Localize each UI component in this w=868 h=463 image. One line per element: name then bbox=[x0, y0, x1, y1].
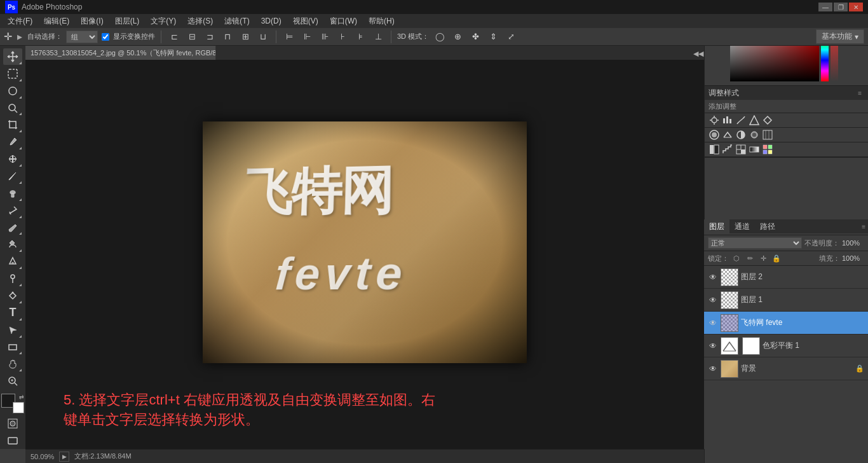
menu-help[interactable]: 帮助(H) bbox=[363, 15, 400, 28]
brush-tool[interactable] bbox=[3, 168, 22, 184]
3d-slide-btn[interactable]: ⇕ bbox=[486, 30, 500, 44]
dist-bottom-btn[interactable]: ⊥ bbox=[371, 30, 385, 44]
navigator-icon[interactable]: ▶ bbox=[59, 452, 69, 462]
adj-posterize-icon[interactable] bbox=[722, 144, 733, 155]
auto-select-dropdown[interactable]: 组 图层 bbox=[66, 31, 98, 43]
menu-type[interactable]: 文字(Y) bbox=[146, 15, 181, 28]
fg-bg-color-widget[interactable]: ⇄ bbox=[1, 394, 24, 413]
close-button[interactable]: ✕ bbox=[849, 3, 863, 11]
healing-tool[interactable] bbox=[3, 151, 22, 167]
menu-filter[interactable]: 滤镜(T) bbox=[219, 15, 254, 28]
layer-visibility-cb[interactable]: 👁 bbox=[708, 341, 718, 351]
layer-row-1[interactable]: 👁 图层 1 bbox=[704, 289, 868, 312]
eraser-tool[interactable] bbox=[3, 219, 22, 236]
align-top-btn[interactable]: ⊓ bbox=[220, 30, 234, 44]
minimize-button[interactable]: — bbox=[818, 3, 832, 11]
3d-pan-btn[interactable]: ✤ bbox=[468, 30, 482, 44]
dodge-tool[interactable] bbox=[3, 270, 22, 287]
3d-roll-btn[interactable]: ⊕ bbox=[451, 30, 465, 44]
menu-layer[interactable]: 图层(L) bbox=[110, 15, 145, 28]
adj-curves-icon[interactable] bbox=[735, 114, 747, 126]
opacity-value[interactable]: 100% bbox=[842, 239, 864, 247]
adj-hsl-icon[interactable] bbox=[709, 129, 720, 141]
type-tool[interactable]: T bbox=[3, 305, 22, 321]
channels-tab[interactable]: 通道 bbox=[729, 219, 755, 233]
menu-3d[interactable]: 3D(D) bbox=[256, 15, 287, 27]
3d-rotate-btn[interactable]: ◯ bbox=[433, 30, 447, 44]
document-canvas[interactable]: 飞特网 fevte bbox=[203, 121, 527, 363]
shape-tool[interactable] bbox=[3, 339, 22, 356]
align-left-btn[interactable]: ⊏ bbox=[167, 30, 181, 44]
align-center-h-btn[interactable]: ⊟ bbox=[185, 30, 199, 44]
dist-top-btn[interactable]: ⊦ bbox=[336, 30, 349, 44]
adj-bw-icon[interactable] bbox=[735, 129, 747, 141]
lock-pixels-btn[interactable]: ✏ bbox=[744, 252, 756, 264]
quick-select-tool[interactable] bbox=[3, 100, 22, 116]
adj-exposure-icon[interactable] bbox=[749, 114, 760, 126]
clone-stamp-tool[interactable] bbox=[3, 185, 22, 202]
layer-visibility-2[interactable]: 👁 bbox=[708, 272, 718, 282]
lock-all-btn[interactable]: 🔒 bbox=[771, 252, 782, 264]
maximize-button[interactable]: ❐ bbox=[834, 3, 848, 11]
adj-selective-color-icon[interactable] bbox=[762, 144, 773, 155]
background-color[interactable] bbox=[13, 402, 24, 413]
switch-colors-icon[interactable]: ⇄ bbox=[19, 394, 24, 400]
layer-row-fevte[interactable]: 👁 飞特网 fevte bbox=[704, 312, 868, 335]
screen-mode-btn[interactable] bbox=[3, 432, 22, 449]
lock-position-btn[interactable]: ✛ bbox=[757, 252, 769, 264]
crop-tool[interactable] bbox=[3, 116, 22, 133]
adj-gradient-map-icon[interactable] bbox=[749, 144, 760, 155]
layers-tab[interactable]: 图层 bbox=[704, 219, 729, 233]
paths-tab[interactable]: 路径 bbox=[755, 219, 780, 233]
eyedropper-tool[interactable] bbox=[3, 134, 22, 150]
layer-visibility-fevte[interactable]: 👁 bbox=[708, 318, 718, 328]
dist-center-btn[interactable]: ⊩ bbox=[300, 30, 314, 44]
menu-select[interactable]: 选择(S) bbox=[182, 15, 218, 28]
menu-window[interactable]: 窗口(W) bbox=[325, 15, 362, 28]
lasso-tool[interactable] bbox=[3, 83, 22, 99]
blend-mode-select[interactable]: 正常 bbox=[708, 237, 802, 249]
align-bottom-btn[interactable]: ⊔ bbox=[256, 30, 270, 44]
history-brush-tool[interactable] bbox=[3, 202, 22, 219]
document-tab[interactable]: 1576353_130815054_2.jpg @ 50.1%（飞特网 fevt… bbox=[25, 46, 216, 60]
3d-scale-btn[interactable]: ⤢ bbox=[504, 30, 518, 44]
move-tool[interactable] bbox=[3, 48, 22, 65]
menu-edit[interactable]: 编辑(E) bbox=[39, 15, 74, 28]
layer-row-bg[interactable]: 👁 背景 🔒 bbox=[704, 357, 868, 380]
menu-view[interactable]: 视图(V) bbox=[288, 15, 323, 28]
adj-colorbalance-icon[interactable] bbox=[722, 129, 733, 141]
hand-tool[interactable] bbox=[3, 356, 22, 372]
fill-value[interactable]: 100% bbox=[842, 254, 864, 262]
path-selection-tool[interactable] bbox=[3, 322, 22, 338]
show-transform-checkbox[interactable] bbox=[102, 33, 109, 41]
zoom-tool[interactable] bbox=[3, 373, 22, 389]
layer-visibility-1[interactable]: 👁 bbox=[708, 295, 718, 305]
style-tab[interactable]: 样式 bbox=[724, 88, 739, 99]
quick-mask-btn[interactable] bbox=[3, 415, 22, 432]
blur-tool[interactable] bbox=[3, 253, 22, 270]
align-center-v-btn[interactable]: ⊞ bbox=[238, 30, 252, 44]
pen-tool[interactable] bbox=[3, 287, 22, 304]
adj-invert-icon[interactable] bbox=[709, 144, 720, 155]
menu-image[interactable]: 图像(I) bbox=[76, 15, 108, 28]
lock-transparent-btn[interactable]: ⬡ bbox=[731, 252, 742, 264]
layer-row-2[interactable]: 👁 图层 2 bbox=[704, 266, 868, 289]
paint-bucket-tool[interactable] bbox=[3, 236, 22, 252]
dist-right-btn[interactable]: ⊪ bbox=[318, 30, 332, 44]
dist-left-btn[interactable]: ⊨ bbox=[282, 30, 296, 44]
adj-channel-mixer-icon[interactable] bbox=[762, 129, 773, 141]
layers-panel-menu[interactable]: ≡ bbox=[859, 223, 868, 230]
layer-visibility-bg[interactable]: 👁 bbox=[708, 364, 718, 374]
adj-levels-icon[interactable] bbox=[722, 114, 733, 126]
collapse-panels-icon[interactable]: ◀◀ bbox=[693, 48, 703, 59]
workspace-dropdown[interactable]: 基本功能 ▾ bbox=[816, 29, 864, 44]
dist-mid-btn[interactable]: ⊧ bbox=[353, 30, 367, 44]
menu-file[interactable]: 文件(F) bbox=[3, 15, 37, 28]
layer-row-colorbalance[interactable]: 👁 色彩平衡 1 bbox=[704, 335, 868, 357]
align-right-btn[interactable]: ⊐ bbox=[203, 30, 217, 44]
adj-threshold-icon[interactable] bbox=[735, 144, 747, 155]
adj-vibrance-icon[interactable] bbox=[762, 114, 773, 126]
adj-brightness-icon[interactable] bbox=[709, 114, 720, 126]
adjustment-menu[interactable]: ≡ bbox=[855, 90, 864, 97]
selection-tool[interactable] bbox=[3, 66, 22, 82]
